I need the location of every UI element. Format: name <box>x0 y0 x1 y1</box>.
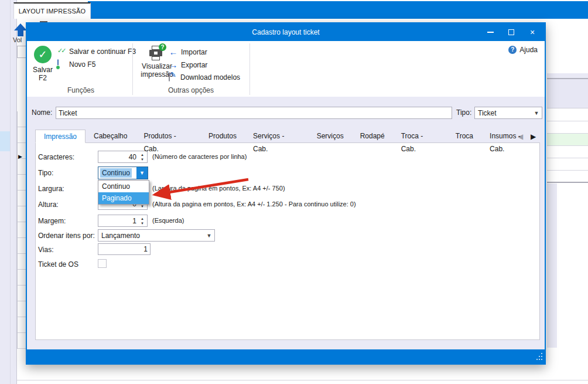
help-button[interactable]: ? Ajuda <box>508 46 538 54</box>
download-models-button[interactable]: Download modelos <box>169 73 240 81</box>
dialog-titlebar[interactable]: Cadastro layout ticket × <box>27 23 545 41</box>
table-row-highlighted <box>547 134 588 146</box>
maximize-button[interactable] <box>502 25 520 39</box>
ordenar-label: Ordenar itens por: <box>38 232 95 240</box>
tab-produtos[interactable]: Produtos <box>200 130 245 143</box>
document-pencil-icon <box>169 73 177 81</box>
chevron-down-icon: ▼ <box>531 110 542 116</box>
caracteres-label: Caracteres: <box>38 153 74 161</box>
save-button[interactable]: ✓ SalvarF2 <box>29 45 56 88</box>
back-home-icon[interactable] <box>14 23 27 36</box>
option-paginado[interactable]: Paginado <box>98 192 149 204</box>
vias-input[interactable] <box>98 243 151 255</box>
table-row <box>547 121 588 134</box>
margem-label: Margem: <box>38 217 66 225</box>
margem-hint: (Esquerda) <box>152 217 184 224</box>
background-search-box-partial <box>17 46 26 58</box>
functions-group-label: Funções <box>29 86 132 94</box>
altura-hint: (Altura da pagina em pontos, Ex: A4 +/- … <box>152 201 356 208</box>
printer-icon: ? <box>149 46 165 61</box>
other-options-group-label: Outras opções <box>134 86 248 94</box>
tab-servicos[interactable]: Serviços <box>309 130 352 143</box>
table-row <box>547 146 588 158</box>
ordenar-select[interactable]: Lançamento ▼ <box>98 229 215 242</box>
background-selection-rect <box>0 131 10 151</box>
vias-label: Vias: <box>38 246 53 254</box>
tipo-combobox[interactable]: Continuo ▼ <box>98 166 148 179</box>
background-left-panel <box>0 0 17 384</box>
name-label: Nome: <box>32 108 52 117</box>
import-button[interactable]: ← Importar <box>169 47 207 57</box>
new-document-icon <box>57 60 66 69</box>
table-row <box>547 109 588 121</box>
tab-produtos-cab[interactable]: Produtos - Cab. <box>135 130 200 143</box>
screen: LAYOUT IMPRESSÃO Vol ▶ Cadastro layout t… <box>0 0 588 384</box>
help-question-icon: ? <box>508 46 517 54</box>
export-button[interactable]: → Exportar <box>169 60 207 70</box>
background-top-bar <box>88 1 588 19</box>
option-continuo[interactable]: Continuo <box>98 181 149 192</box>
tipo-label: Tipo: <box>38 169 53 177</box>
altura-label: Altura: <box>38 201 59 209</box>
tab-rodape[interactable]: Rodapé <box>352 130 393 143</box>
dialog-bottom-bar <box>27 349 545 363</box>
caracteres-spinner[interactable]: ▲▼ <box>98 151 148 163</box>
tab-impressao[interactable]: Impressão <box>35 130 86 143</box>
table-row <box>547 158 588 171</box>
save-continue-button[interactable]: ✓✓ Salvar e continuar F3 <box>57 47 136 56</box>
tipo-selected-text: Continuo <box>100 168 132 178</box>
question-badge-icon: ? <box>159 43 166 51</box>
background-table-right <box>547 19 588 384</box>
export-arrow-icon: → <box>169 60 178 70</box>
tab-troca[interactable]: Troca <box>447 130 481 143</box>
ticket-os-label: Ticket de OS <box>38 260 78 269</box>
type-select[interactable]: Ticket ▼ <box>474 107 542 119</box>
new-button[interactable]: Novo F5 <box>57 60 95 69</box>
tab-servicos-cab[interactable]: Serviços - Cab. <box>245 130 309 143</box>
background-table-header <box>547 79 588 108</box>
tab-insumos-cab[interactable]: Insumos - Cab. <box>481 130 545 143</box>
close-icon: × <box>530 28 535 36</box>
background-bottom-divider <box>17 380 588 380</box>
tab-troca-cab[interactable]: Troca - Cab. <box>393 130 447 143</box>
background-table-edge <box>17 111 26 349</box>
tipo-dropdown-list: Continuo Paginado <box>98 180 149 205</box>
maximize-icon <box>508 29 514 35</box>
back-button-label: Vol <box>13 36 22 43</box>
dialog-ribbon: ✓ SalvarF2 ✓✓ Salvar e continuar F3 Novo… <box>27 41 545 97</box>
minimize-button[interactable] <box>481 25 499 39</box>
type-label: Tipo: <box>456 108 471 117</box>
row-selector-icon: ▶ <box>18 154 22 159</box>
dialog-title: Cadastro layout ticket <box>27 23 545 41</box>
save-check-icon: ✓ <box>34 46 52 63</box>
table-row <box>547 171 588 183</box>
margem-spinner[interactable]: ▲▼ <box>98 215 148 227</box>
largura-label: Largura: <box>38 185 64 193</box>
layout-tabstrip: Impressão Cabeçalho Produtos - Cab. Prod… <box>35 130 545 143</box>
background-divider <box>10 0 11 384</box>
close-button[interactable]: × <box>524 25 541 39</box>
resize-grip[interactable] <box>534 352 543 362</box>
ribbon-separator <box>132 43 133 95</box>
ribbon-separator <box>249 43 250 95</box>
background-tab-layout-impressao[interactable]: LAYOUT IMPRESSÃO <box>13 2 91 19</box>
minimize-icon <box>487 32 494 33</box>
import-arrow-icon: ← <box>169 47 178 57</box>
double-check-icon: ✓✓ <box>57 47 66 56</box>
tipo-dropdown-button[interactable]: ▼ <box>136 167 148 179</box>
spin-buttons[interactable]: ▲▼ <box>138 215 146 226</box>
name-input[interactable] <box>56 107 452 119</box>
ticket-os-checkbox[interactable] <box>98 259 107 268</box>
largura-hint: (Largura da pagina em pontos, Ex: A4 +/-… <box>152 185 285 192</box>
chevron-down-icon: ▼ <box>204 233 214 239</box>
tab-cabecalho[interactable]: Cabeçalho <box>86 130 135 143</box>
caracteres-hint: (Número de caracteres por linha) <box>152 153 247 160</box>
